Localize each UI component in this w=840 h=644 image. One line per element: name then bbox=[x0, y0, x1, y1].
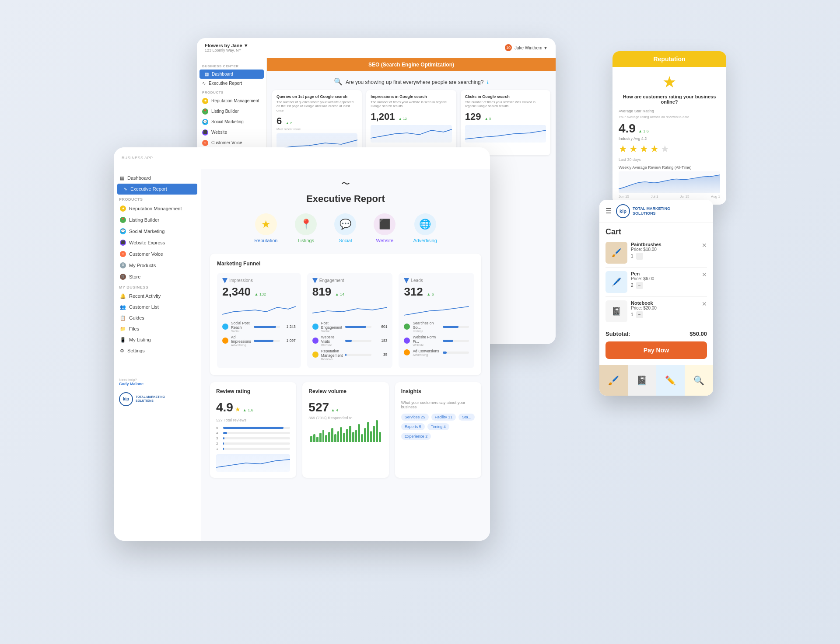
sidebar-exec-report-back[interactable]: ∿ Executive Report bbox=[197, 79, 266, 88]
funnel-value-impressions: 2,340 bbox=[222, 285, 251, 298]
dashboard-label-main: Dashboard bbox=[127, 175, 151, 181]
review-rating-card: Review rating 4.9 ★ ▲ 1.6 527 Total revi… bbox=[210, 382, 296, 478]
tablet-main-header: BUSINESS APP bbox=[114, 147, 490, 169]
seo-card-desc-3: The number of times your website was cli… bbox=[465, 100, 546, 109]
search-icon: 🔍 bbox=[334, 78, 343, 85]
sidebar-recent-activity[interactable]: 🔔 Recent Activity bbox=[114, 291, 201, 302]
post-engagement-label: Post Engagement bbox=[321, 321, 343, 330]
searches-sublabel: Listings bbox=[413, 330, 440, 333]
website-visits-value: 183 bbox=[374, 338, 387, 343]
dashboard-label-back: Dashboard bbox=[212, 72, 233, 77]
sidebar-myproducts-main[interactable]: ⠿ My Products bbox=[114, 260, 201, 271]
qty-minus-3[interactable]: − bbox=[636, 311, 643, 318]
star-1-label: 1 bbox=[216, 447, 220, 451]
reputation-card: Reputation ★ How are customers rating yo… bbox=[612, 51, 726, 205]
qty-minus-1[interactable]: − bbox=[636, 253, 643, 260]
cv-label-main: Customer Voice bbox=[129, 251, 163, 257]
sidebar-dashboard-back[interactable]: ▦ Dashboard bbox=[200, 70, 264, 79]
review-rating-title: Review rating bbox=[216, 388, 290, 394]
website-exec-label: Website bbox=[376, 238, 394, 243]
close-pen[interactable]: ✕ bbox=[702, 271, 707, 278]
exec-icon-website: ⬛ Website bbox=[374, 213, 396, 243]
seo-card-desc-2: The number of times your website is seen… bbox=[371, 100, 452, 109]
sidebar-settings[interactable]: ⚙ Settings bbox=[114, 345, 201, 356]
sidebar-files[interactable]: 📁 Files bbox=[114, 324, 201, 334]
rep-card-body: ★ How are customers rating your business… bbox=[612, 67, 726, 205]
star-4-track bbox=[223, 432, 290, 434]
website-label-back: Website bbox=[211, 130, 227, 135]
date-1: Jun 15 bbox=[619, 195, 629, 198]
qty-value-2: 2 bbox=[631, 283, 634, 288]
sidebar-website-back[interactable]: ⬛ Website bbox=[197, 127, 266, 138]
rep-mgmt-engage-sublabel: Reviews bbox=[321, 358, 343, 361]
rep-mgmt-icon-back: ★ bbox=[202, 98, 208, 104]
close-paintbrushes[interactable]: ✕ bbox=[702, 242, 707, 249]
vol-bar bbox=[328, 432, 330, 442]
prod-img-4: 🔍 bbox=[685, 365, 713, 396]
star-1-fill bbox=[223, 448, 224, 450]
seo-card-change-2: ▲ 12 bbox=[399, 117, 407, 121]
review-volume-change: ▲ 4 bbox=[331, 408, 338, 412]
sidebar-rep-mgmt-back[interactable]: ★ Reputation Management bbox=[197, 96, 266, 106]
sidebar-listing-builder-back[interactable]: 📍 Listing Builder bbox=[197, 106, 266, 117]
listings-exec-label: Listings bbox=[298, 238, 314, 243]
sidebar-customer-list[interactable]: 👥 Customer List bbox=[114, 302, 201, 313]
sidebar-my-listing[interactable]: 📱 My Listing bbox=[114, 334, 201, 345]
sidebar-help-section: Need help? Cody Malone bbox=[114, 374, 201, 390]
sidebar-rep-main[interactable]: ★ Reputation Management bbox=[114, 203, 201, 214]
notebook-price: Price: $20.00 bbox=[631, 306, 698, 310]
funnel-icon-impressions bbox=[222, 278, 228, 283]
social-icon-main: 💬 bbox=[120, 228, 126, 234]
listing-builder-icon-back: 📍 bbox=[202, 108, 208, 115]
sidebar-website-main[interactable]: ⬛ Website Express bbox=[114, 237, 201, 248]
vol-bar bbox=[352, 432, 354, 442]
post-engagement-bar-wrap bbox=[345, 326, 371, 328]
marketing-funnel-title: Marketing Funnel bbox=[217, 261, 474, 267]
pay-now-button[interactable]: Pay Now bbox=[606, 341, 707, 359]
rep-avg-row: 4.9 ▲ 1.6 bbox=[619, 122, 720, 136]
sidebar-exec-report-main[interactable]: ∿ Executive Report bbox=[117, 184, 197, 195]
sidebar-cv-back[interactable]: ○ Customer Voice bbox=[197, 138, 266, 148]
star-2-label: 2 bbox=[216, 442, 220, 446]
date-2: Jul 1 bbox=[651, 195, 658, 198]
sidebar-guides[interactable]: 📋 Guides bbox=[114, 313, 201, 324]
seo-card-queries: Queries on 1st page of Google search The… bbox=[272, 90, 362, 155]
website-visits-icon bbox=[312, 338, 318, 344]
cart-item-paintbrushes: 🖌️ Paintbrushes Price: $18.00 1 − ✕ bbox=[606, 238, 707, 268]
star-bar-2: 2 bbox=[216, 442, 290, 446]
star-3-fill bbox=[223, 437, 224, 439]
hamburger-icon[interactable]: ☰ bbox=[606, 207, 612, 215]
tag-experts: Experts 5 bbox=[401, 423, 425, 430]
star-bar-3: 3 bbox=[216, 436, 290, 440]
social-circle-icon: 💬 bbox=[334, 213, 356, 235]
seo-card-value-3: 129 bbox=[465, 111, 481, 122]
funnel-change-engagement: ▲ 14 bbox=[335, 292, 344, 296]
ad-impressions-value: 1,097 bbox=[283, 338, 296, 343]
pen-img: 🖊️ bbox=[606, 271, 627, 293]
kip-logo-text: TOTAL MARKETINGSOLUTIONS bbox=[633, 206, 670, 216]
pen-info: Pen Price: $6.00 2 − bbox=[631, 271, 698, 289]
sidebar-store-main[interactable]: 🛒 Store bbox=[114, 271, 201, 282]
sidebar-listing-main[interactable]: 📍 Listing Builder bbox=[114, 214, 201, 226]
post-engagement-value: 601 bbox=[374, 324, 387, 329]
notif-badge[interactable]: 10 bbox=[505, 44, 512, 51]
rep-mgmt-engage-label: Reputation Management bbox=[321, 349, 343, 358]
sidebar-social-back[interactable]: 💬 Social Marketing bbox=[197, 117, 266, 127]
sidebar-dashboard-main[interactable]: ▦ Dashboard bbox=[114, 173, 201, 184]
paintbrushes-img: 🖌️ bbox=[606, 242, 627, 264]
biz-center-label: BUSINESS CENTER bbox=[197, 62, 266, 70]
sidebar-social-main[interactable]: 💬 Social Marketing bbox=[114, 226, 201, 237]
exec-report-label-back: Executive Report bbox=[209, 81, 242, 86]
sidebar-cv-main[interactable]: ○ Customer Voice bbox=[114, 248, 201, 260]
close-notebook[interactable]: ✕ bbox=[702, 300, 707, 307]
cart-title: Cart bbox=[599, 223, 713, 238]
star-3: ★ bbox=[640, 143, 648, 155]
website-visits-label: Website Visits bbox=[321, 335, 343, 344]
vol-bar bbox=[373, 426, 375, 442]
exec-icon-advertising: 🌐 Advertising bbox=[413, 213, 437, 243]
qty-minus-2[interactable]: − bbox=[636, 282, 643, 289]
pin-icon-exec: 📍 bbox=[300, 219, 312, 230]
cart-item-pen: 🖊️ Pen Price: $6.00 2 − ✕ bbox=[606, 268, 707, 297]
star-bar-1: 1 bbox=[216, 447, 290, 451]
qty-value-3: 1 bbox=[631, 312, 634, 317]
